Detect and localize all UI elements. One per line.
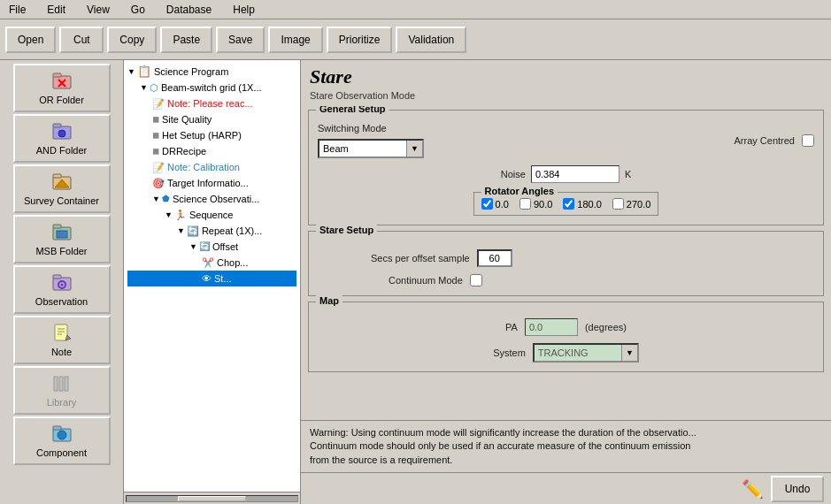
svg-point-6 — [58, 130, 65, 137]
copy-button[interactable]: Copy — [107, 27, 157, 53]
warning-box: Warning: Using continuum mode will signi… — [301, 420, 831, 472]
tree-item-drrecipe[interactable]: ◼ DRRecipe — [127, 143, 296, 159]
array-centred-checkbox[interactable] — [802, 134, 814, 147]
angle-90-label[interactable]: 90.0 — [519, 198, 552, 210]
prioritize-button[interactable]: Prioritize — [327, 27, 393, 53]
scrollbar-thumb[interactable] — [178, 496, 246, 501]
library-button[interactable]: Library — [13, 366, 111, 415]
menu-go[interactable]: Go — [126, 2, 150, 18]
menu-help[interactable]: Help — [227, 2, 260, 18]
continuum-checkbox[interactable] — [470, 274, 482, 286]
tree-arrow[interactable]: ▼ — [189, 240, 197, 254]
angle-270-label[interactable]: 270.0 — [612, 198, 651, 210]
tree-item-het-setup[interactable]: ◼ Het Setup (HARP) — [127, 127, 296, 143]
and-folder-button[interactable]: AND Folder — [13, 114, 111, 163]
library-label: Library — [47, 397, 77, 408]
or-folder-button[interactable]: OR Folder — [13, 64, 111, 112]
stare-title: Stare — [301, 60, 831, 90]
component-button[interactable]: Component — [13, 416, 111, 465]
system-arrow[interactable]: ▼ — [621, 345, 637, 361]
svg-rect-24 — [65, 377, 68, 391]
tree-label: Chop... — [217, 256, 248, 270]
svg-rect-8 — [53, 174, 61, 178]
note-read-icon: 📝 — [152, 96, 165, 111]
science-obs-icon: ⬟ — [162, 192, 170, 206]
tree-item-target-info[interactable]: 🎯 Target Informatio... — [127, 175, 296, 191]
drrecipe-icon: ◼ — [152, 144, 159, 158]
svg-rect-17 — [55, 325, 67, 340]
system-dropdown[interactable]: TRACKING ▼ — [533, 343, 639, 363]
tree-item-note-calib[interactable]: 📝 Note: Calibration — [127, 159, 296, 175]
secs-input[interactable] — [477, 249, 512, 267]
science-program-icon: 📋 — [137, 65, 151, 79]
tree-item-stare[interactable]: 👁 St... — [127, 271, 296, 286]
validation-button[interactable]: Validation — [396, 27, 466, 53]
and-folder-label: AND Folder — [36, 145, 87, 156]
general-setup-legend: General Setup — [316, 106, 389, 114]
tree-item-science-program[interactable]: ▼ 📋 Science Program — [127, 64, 296, 80]
switching-mode-arrow[interactable]: ▼ — [406, 141, 422, 157]
pa-input[interactable] — [525, 318, 578, 336]
tree-arrow[interactable]: ▼ — [152, 192, 160, 206]
tree-arrow[interactable]: ▼ — [165, 208, 173, 222]
survey-container-button[interactable]: Survey Container — [13, 164, 111, 213]
or-folder-icon — [51, 71, 73, 92]
paste-button[interactable]: Paste — [160, 27, 212, 53]
tree-label: Offset — [212, 240, 238, 254]
tree-arrow[interactable]: ▼ — [140, 80, 148, 95]
tree-horizontal-scrollbar[interactable] — [124, 492, 300, 504]
msb-folder-button[interactable]: MSB Folder — [13, 215, 111, 263]
het-setup-icon: ◼ — [152, 128, 159, 142]
map-box: Map PA (degrees) System TRACKING ▼ — [308, 302, 824, 372]
switching-mode-value: Beam — [319, 142, 406, 155]
cut-button[interactable]: Cut — [59, 27, 104, 53]
svg-rect-1 — [53, 73, 61, 77]
tree-arrow[interactable]: ▼ — [177, 224, 185, 238]
note-button[interactable]: Note — [13, 316, 111, 364]
tree-label: Science Program — [154, 65, 228, 79]
tree-item-note-read[interactable]: 📝 Note: Please reac... — [127, 95, 296, 111]
tree-item-repeat[interactable]: ▼ 🔄 Repeat (1X)... — [127, 223, 296, 239]
angle-0-checkbox[interactable] — [481, 198, 493, 210]
survey-container-label: Survey Container — [24, 195, 99, 206]
scrollbar-track[interactable] — [126, 495, 298, 502]
angle-90-checkbox[interactable] — [519, 198, 531, 210]
tree-item-beam-switch[interactable]: ▼ ⬡ Beam-switch grid (1X... — [127, 80, 296, 95]
msb-folder-label: MSB Folder — [35, 246, 87, 256]
save-button[interactable]: Save — [216, 27, 265, 53]
tree-item-offset[interactable]: ▼ 🔄 Offset — [127, 239, 296, 255]
pa-unit: (degrees) — [585, 322, 627, 332]
switching-mode-dropdown[interactable]: Beam ▼ — [318, 139, 424, 158]
angle-180-checkbox[interactable] — [563, 198, 574, 210]
tree-item-site-quality[interactable]: ◼ Site Quality — [127, 111, 296, 127]
tree-item-science-obs[interactable]: ▼ ⬟ Science Observati... — [127, 191, 296, 207]
pa-label: PA — [505, 322, 518, 332]
menu-file[interactable]: File — [4, 2, 31, 18]
tree-item-chop[interactable]: ✂️ Chop... — [127, 255, 296, 271]
rotator-angles-box: Rotator Angles 0.0 90.0 — [473, 192, 659, 216]
open-button[interactable]: Open — [5, 27, 56, 53]
left-panel: OR Folder AND Folder Survey Container — [0, 60, 124, 504]
tree-label: DRRecipe — [162, 144, 206, 158]
tree-item-sequence[interactable]: ▼ 🏃 Sequence — [127, 207, 296, 223]
msb-folder-icon — [51, 222, 73, 243]
undo-button[interactable]: Undo — [771, 476, 824, 502]
angle-0-label[interactable]: 0.0 — [481, 198, 509, 210]
stare-setup-legend: Stare Setup — [316, 225, 377, 235]
offset-icon: 🔄 — [199, 240, 210, 254]
menu-edit[interactable]: Edit — [42, 2, 71, 18]
tree-arrow[interactable]: ▼ — [127, 65, 135, 79]
tree-label: Science Observati... — [173, 192, 259, 206]
tree-label: Het Setup (HARP) — [162, 128, 242, 142]
menu-database[interactable]: Database — [161, 2, 217, 18]
rotator-legend: Rotator Angles — [481, 186, 558, 196]
menu-view[interactable]: View — [81, 2, 115, 18]
angle-180-label[interactable]: 180.0 — [563, 198, 602, 210]
angle-270-checkbox[interactable] — [612, 198, 624, 210]
image-button[interactable]: Image — [268, 27, 322, 53]
stare-tree-icon: 👁 — [202, 271, 212, 286]
target-info-icon: 🎯 — [152, 176, 165, 190]
observation-button[interactable]: Observation — [13, 265, 111, 314]
noise-input[interactable] — [531, 165, 619, 183]
svg-rect-14 — [53, 275, 61, 279]
